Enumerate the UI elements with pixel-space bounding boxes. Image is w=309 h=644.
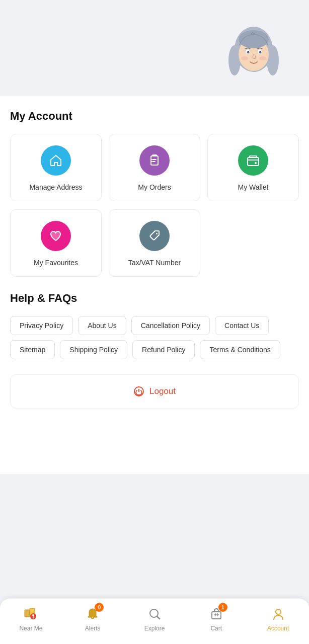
account-grid-row1: Manage Address My Orders: [10, 134, 299, 201]
my-favourites-icon-circle: [41, 221, 71, 251]
nav-account[interactable]: Account: [261, 605, 296, 632]
cancellation-policy-btn[interactable]: Cancellation Policy: [131, 316, 210, 335]
cart-badge: 1: [218, 603, 227, 612]
contact-us-btn[interactable]: Contact Us: [215, 316, 269, 335]
nav-near-me[interactable]: Near Me: [13, 605, 48, 632]
explore-icon: [147, 607, 162, 621]
account-icon: [271, 606, 286, 621]
my-wallet-label: My Wallet: [238, 183, 269, 192]
shipping-policy-btn[interactable]: Shipping Policy: [60, 340, 127, 359]
about-us-btn[interactable]: About Us: [78, 316, 126, 335]
my-favourites-card[interactable]: My Favourites: [10, 209, 102, 277]
svg-point-18: [156, 233, 158, 234]
refund-policy-btn[interactable]: Refund Policy: [132, 340, 195, 359]
avatar: [223, 20, 284, 80]
svg-point-1: [228, 45, 241, 75]
my-orders-icon-circle: [139, 145, 170, 176]
svg-point-12: [259, 56, 266, 60]
logout-container: Logout: [10, 374, 299, 409]
explore-icon-wrap: [145, 605, 164, 623]
alerts-icon-wrap: 0: [84, 605, 102, 623]
tax-vat-icon-circle: [139, 221, 170, 251]
my-orders-card[interactable]: My Orders: [109, 134, 200, 201]
my-wallet-card[interactable]: My Wallet: [207, 134, 299, 201]
home-icon: [49, 153, 63, 168]
alerts-badge: 0: [95, 603, 104, 612]
alerts-label: Alerts: [85, 625, 101, 632]
svg-point-7: [247, 51, 250, 54]
main-content: My Account Manage Address: [0, 96, 309, 474]
svg-rect-27: [212, 612, 221, 619]
svg-rect-16: [248, 157, 259, 166]
near-me-icon: [23, 606, 38, 621]
logout-button[interactable]: Logout: [10, 374, 299, 409]
svg-point-8: [259, 51, 262, 54]
my-wallet-icon-circle: [238, 145, 268, 176]
tax-vat-label: Tax/VAT Number: [128, 258, 181, 267]
account-grid-row2: My Favourites Tax/VAT Number: [10, 209, 299, 277]
svg-point-25: [32, 614, 34, 616]
header: [0, 0, 309, 96]
cart-icon-wrap: 1: [207, 605, 225, 623]
logout-label: Logout: [149, 386, 176, 396]
tax-vat-card[interactable]: Tax/VAT Number: [109, 209, 200, 277]
svg-point-10: [260, 51, 261, 52]
wallet-icon: [246, 153, 260, 168]
manage-address-icon-circle: [41, 145, 71, 176]
explore-label: Explore: [144, 625, 165, 632]
account-label: Account: [267, 625, 289, 632]
svg-rect-20: [25, 610, 30, 617]
near-me-icon-wrap: [22, 605, 40, 623]
heart-icon: [49, 229, 63, 243]
svg-point-28: [276, 609, 281, 614]
svg-point-11: [241, 56, 248, 60]
help-pills-container: Privacy Policy About Us Cancellation Pol…: [10, 316, 299, 359]
logout-icon: [133, 386, 144, 397]
my-account-title: My Account: [10, 110, 299, 123]
my-orders-label: My Orders: [138, 183, 171, 192]
my-favourites-label: My Favourites: [34, 258, 78, 267]
near-me-label: Near Me: [19, 625, 42, 632]
terms-conditions-btn[interactable]: Terms & Conditions: [200, 340, 280, 359]
orders-icon: [147, 153, 162, 168]
nav-alerts[interactable]: 0 Alerts: [75, 605, 110, 632]
cart-label: Cart: [210, 625, 222, 632]
privacy-policy-btn[interactable]: Privacy Policy: [10, 316, 73, 335]
account-icon-wrap: [269, 605, 287, 623]
nav-cart[interactable]: 1 Cart: [199, 605, 234, 632]
svg-point-15: [151, 161, 152, 162]
manage-address-label: Manage Address: [29, 183, 82, 192]
svg-rect-13: [151, 156, 158, 165]
nav-explore[interactable]: Explore: [137, 605, 172, 632]
svg-point-9: [248, 51, 249, 52]
manage-address-card[interactable]: Manage Address: [10, 134, 102, 201]
svg-point-2: [267, 45, 279, 75]
sitemap-btn[interactable]: Sitemap: [10, 340, 55, 359]
bottom-nav: Near Me 0 Alerts Explore: [0, 598, 309, 644]
tag-icon: [147, 229, 162, 243]
help-faqs-title: Help & FAQs: [10, 292, 299, 305]
help-faqs-section: Help & FAQs Privacy Policy About Us Canc…: [10, 292, 299, 359]
svg-point-14: [151, 159, 152, 160]
svg-point-17: [255, 162, 257, 164]
